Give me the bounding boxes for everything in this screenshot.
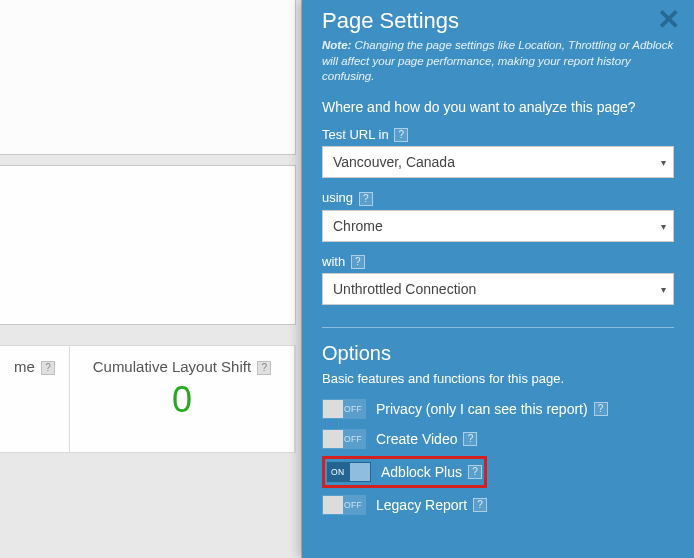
background-middle-card — [0, 165, 296, 325]
browser-label: using — [322, 190, 353, 205]
divider — [322, 327, 674, 328]
legacy-report-label: Legacy Report — [376, 497, 467, 513]
help-icon[interactable]: ? — [257, 361, 271, 375]
location-label: Test URL in — [322, 127, 389, 142]
toggle-knob — [323, 496, 343, 514]
options-title: Options — [322, 342, 674, 365]
metric-cell-cls: Cumulative Layout Shift ? 0 — [70, 346, 295, 452]
options-subtitle: Basic features and functions for this pa… — [322, 371, 674, 386]
panel-title: Page Settings — [322, 8, 459, 34]
privacy-label: Privacy (only I can see this report) — [376, 401, 588, 417]
connection-select[interactable]: Unthrottled Connection ▾ — [322, 273, 674, 305]
browser-select[interactable]: Chrome ▾ — [322, 210, 674, 242]
help-icon[interactable]: ? — [41, 361, 55, 375]
background-top-card — [0, 0, 296, 155]
option-row-create-video: OFF Create Video ? — [322, 424, 674, 454]
page-settings-panel: Page Settings ✕ Note: Changing the page … — [302, 0, 694, 558]
help-icon[interactable]: ? — [473, 498, 487, 512]
location-select[interactable]: Vancouver, Canada ▾ — [322, 146, 674, 178]
adblock-highlight: ON Adblock Plus ? — [322, 456, 487, 488]
help-icon[interactable]: ? — [463, 432, 477, 446]
connection-select-value: Unthrottled Connection — [322, 273, 674, 305]
toggle-knob — [350, 463, 370, 481]
panel-question: Where and how do you want to analyze thi… — [322, 99, 674, 115]
panel-note: Note: Changing the page settings like Lo… — [322, 38, 674, 85]
help-icon[interactable]: ? — [468, 465, 482, 479]
adblock-toggle[interactable]: ON — [327, 462, 371, 482]
toggle-state-text: OFF — [344, 404, 362, 414]
option-row-legacy-report: OFF Legacy Report ? — [322, 490, 674, 520]
toggle-knob — [323, 400, 343, 418]
option-row-privacy: OFF Privacy (only I can see this report)… — [322, 394, 674, 424]
note-prefix: Note: — [322, 39, 351, 51]
help-icon[interactable]: ? — [594, 402, 608, 416]
note-text: Changing the page settings like Location… — [322, 39, 673, 82]
help-icon[interactable]: ? — [359, 192, 373, 206]
background-page: me ? Cumulative Layout Shift ? 0 — [0, 0, 302, 558]
toggle-state-text: OFF — [344, 500, 362, 510]
metrics-card: me ? Cumulative Layout Shift ? 0 — [0, 345, 296, 453]
toggle-state-text: OFF — [344, 434, 362, 444]
toggle-state-text: ON — [331, 467, 344, 477]
create-video-label: Create Video — [376, 431, 457, 447]
help-icon[interactable]: ? — [351, 255, 365, 269]
location-select-value: Vancouver, Canada — [322, 146, 674, 178]
metric-value-cls: 0 — [80, 379, 284, 421]
help-icon[interactable]: ? — [394, 128, 408, 142]
metric-cell-partial: me ? — [0, 346, 70, 452]
adblock-label: Adblock Plus — [381, 464, 462, 480]
legacy-report-toggle[interactable]: OFF — [322, 495, 366, 515]
create-video-toggle[interactable]: OFF — [322, 429, 366, 449]
metric-label-partial: me — [14, 358, 35, 375]
close-icon[interactable]: ✕ — [657, 6, 680, 34]
connection-label: with — [322, 254, 345, 269]
toggle-knob — [323, 430, 343, 448]
browser-select-value: Chrome — [322, 210, 674, 242]
metric-label-cls: Cumulative Layout Shift — [93, 358, 251, 375]
privacy-toggle[interactable]: OFF — [322, 399, 366, 419]
